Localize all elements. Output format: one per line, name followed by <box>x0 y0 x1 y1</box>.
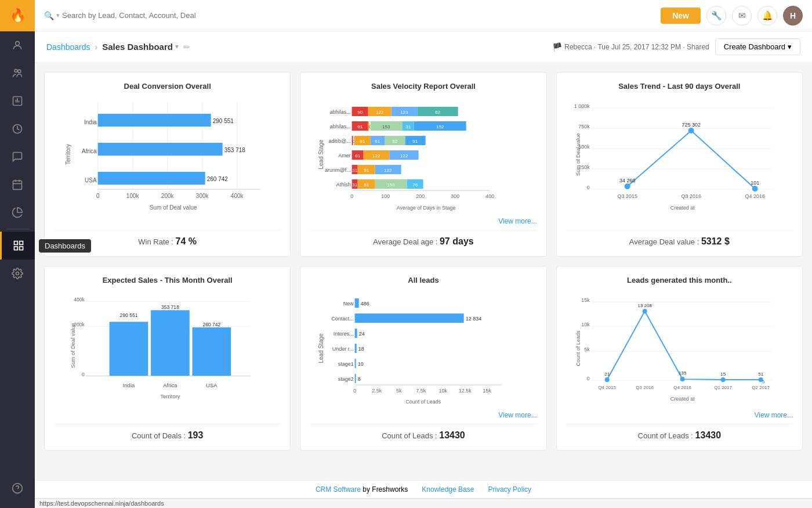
svg-text:91: 91 <box>364 182 369 188</box>
svg-text:India: India <box>123 382 135 388</box>
svg-text:12 834: 12 834 <box>466 316 482 322</box>
topbar-actions: New 🔧 ✉ 🔔 H <box>661 6 803 26</box>
edit-icon[interactable]: ✏ <box>183 42 190 52</box>
svg-text:Contact...: Contact... <box>331 316 354 322</box>
svg-text:0: 0 <box>96 193 100 199</box>
svg-point-16 <box>16 272 19 275</box>
svg-text:100: 100 <box>381 193 390 199</box>
svg-text:Africa: Africa <box>82 148 97 154</box>
svg-text:91: 91 <box>364 168 369 173</box>
svg-text:USA: USA <box>85 177 97 183</box>
svg-text:0: 0 <box>350 193 353 199</box>
dashboard-grid: Deal Conversion Overall Territory India … <box>35 63 812 480</box>
svg-text:Q1 2017: Q1 2017 <box>714 385 732 390</box>
svg-text:21: 21 <box>604 372 610 377</box>
svg-text:Q3 2015: Q3 2015 <box>617 193 637 199</box>
footer-privacy-policy[interactable]: Privacy Policy <box>488 485 531 493</box>
search-icon: 🔍 <box>44 11 54 20</box>
svg-text:stage1: stage1 <box>338 361 354 367</box>
svg-text:62: 62 <box>436 110 441 115</box>
svg-text:300: 300 <box>451 193 459 199</box>
svg-text:abhilas...: abhilas... <box>330 109 351 115</box>
svg-text:12.5k: 12.5k <box>459 388 472 394</box>
card-expected-sales: Expected Sales - This Month Overall Sum … <box>44 266 291 451</box>
card-footer-sales-velocity: Average Deal age : 97 days <box>310 230 536 247</box>
notification-icon[interactable]: 🔔 <box>757 6 777 26</box>
wrench-icon[interactable]: 🔧 <box>706 6 726 26</box>
svg-text:abhilas...: abhilas... <box>330 124 351 129</box>
app-logo: 🔥 <box>0 0 35 31</box>
svg-text:Africa: Africa <box>163 382 177 388</box>
chart-expected-sales: Sum of Deal value 400k 200k 0 290 551 In… <box>54 290 281 419</box>
svg-text:arunm@f...: arunm@f... <box>325 167 351 173</box>
breadcrumb-bar: Dashboards › Sales Dashboard ▾ ✏ 🏴 Rebec… <box>35 31 812 63</box>
svg-text:Q4 2016: Q4 2016 <box>745 193 765 199</box>
svg-text:152: 152 <box>436 124 444 129</box>
breadcrumb-separator: › <box>95 42 98 52</box>
dashboard-meta: 🏴 Rebecca · Tue Jul 25, 2017 12:32 PM · … <box>552 42 709 52</box>
sidebar-item-chat[interactable] <box>0 143 35 171</box>
svg-text:Count of Leads: Count of Leads <box>405 399 441 405</box>
search-area: 🔍 ▾ <box>44 11 656 20</box>
svg-text:200k: 200k <box>74 322 85 327</box>
svg-text:100k: 100k <box>126 193 140 199</box>
sidebar-item-help[interactable] <box>0 474 35 502</box>
sidebar-item-contacts[interactable] <box>0 31 35 59</box>
footer-crm-link[interactable]: CRM Software <box>316 485 361 493</box>
svg-text:13 208: 13 208 <box>637 303 652 308</box>
svg-text:15k: 15k <box>581 297 590 303</box>
sidebar-item-deals[interactable] <box>0 115 35 143</box>
search-dropdown[interactable]: ▾ <box>56 12 60 19</box>
card-title-leads-month: Leads generated this month.. <box>566 276 793 284</box>
view-more-all-leads[interactable]: View more... <box>310 409 536 419</box>
svg-text:USA: USA <box>206 382 217 388</box>
svg-point-2 <box>18 70 21 73</box>
card-leads-month: Leads generated this month.. Count of Le… <box>556 266 803 451</box>
flag-icon: 🏴 <box>552 42 562 52</box>
svg-text:Average of Days in Stage: Average of Days in Stage <box>397 205 456 211</box>
svg-text:0: 0 <box>82 372 85 377</box>
svg-text:Q4 2016: Q4 2016 <box>673 385 691 390</box>
sidebar-item-dashboards[interactable]: Dashboards <box>0 232 35 260</box>
svg-text:Lead Stage: Lead Stage <box>318 139 324 170</box>
svg-text:250k: 250k <box>578 164 590 170</box>
sidebar-item-analytics[interactable] <box>0 199 35 226</box>
svg-point-182 <box>720 377 725 382</box>
svg-text:Created at: Created at <box>670 205 695 211</box>
svg-text:Sum of Deal value: Sum of Deal value <box>70 323 76 368</box>
create-dashboard-button[interactable]: Create Dashboard ▾ <box>715 38 800 55</box>
svg-text:91: 91 <box>360 139 365 144</box>
page-footer: CRM Software by Freshworks Knowledge Bas… <box>35 480 812 498</box>
svg-rect-157 <box>355 359 356 368</box>
svg-rect-149 <box>355 298 359 308</box>
chart-sales-velocity: Lead Stage abhilas... abhilas... aditib@… <box>310 96 536 215</box>
svg-rect-151 <box>355 314 464 323</box>
svg-text:135: 135 <box>679 370 687 376</box>
svg-text:122: 122 <box>400 153 408 158</box>
chart-sales-trend: Sum of Deal value 1 000k 750k 500k 250k … <box>566 96 793 225</box>
sidebar-item-calendar[interactable] <box>0 171 35 199</box>
new-button[interactable]: New <box>661 8 701 24</box>
topbar: 🔍 ▾ New 🔧 ✉ 🔔 H <box>35 0 812 31</box>
search-input[interactable] <box>62 11 656 20</box>
sidebar-item-reports[interactable] <box>0 87 35 115</box>
svg-text:122: 122 <box>376 110 384 115</box>
svg-text:Count of Leads: Count of Leads <box>575 330 581 366</box>
svg-text:Created at: Created at <box>670 396 695 402</box>
view-more-sales-velocity[interactable]: View more... <box>310 215 536 225</box>
dropdown-icon[interactable]: ▾ <box>175 43 179 51</box>
user-avatar[interactable]: H <box>783 6 803 26</box>
footer-knowledge-base[interactable]: Knowledge Base <box>422 485 474 493</box>
mail-icon[interactable]: ✉ <box>732 6 752 26</box>
view-more-leads-month[interactable]: View more... <box>566 409 793 419</box>
breadcrumb-parent[interactable]: Dashboards <box>46 42 90 52</box>
svg-text:400k: 400k <box>231 193 244 199</box>
svg-point-114 <box>624 183 630 189</box>
svg-text:290 551: 290 551 <box>120 312 138 318</box>
svg-text:34 260: 34 260 <box>619 178 636 183</box>
sidebar-item-people[interactable] <box>0 59 35 87</box>
sidebar-item-settings[interactable] <box>0 260 35 287</box>
svg-rect-26 <box>98 114 211 127</box>
svg-text:5k: 5k <box>396 388 402 394</box>
svg-rect-8 <box>13 181 22 189</box>
